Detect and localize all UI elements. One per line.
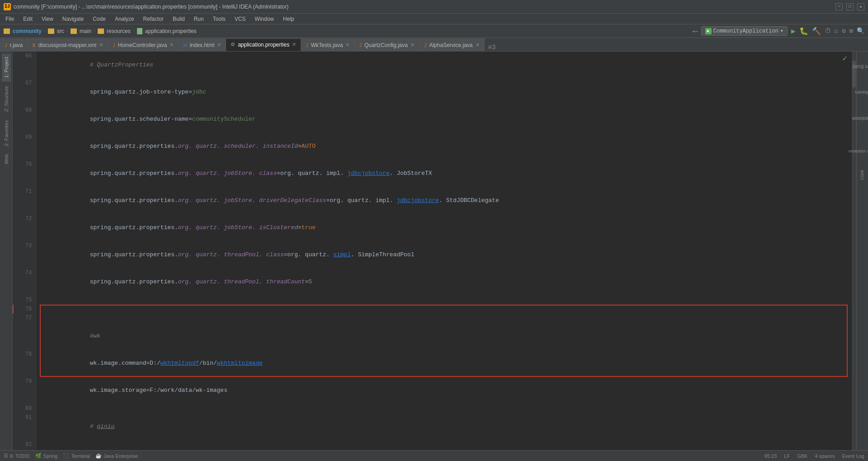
- menu-code[interactable]: Code: [89, 15, 109, 23]
- status-todo[interactable]: ☰ 6: TODO: [4, 453, 30, 459]
- settings-button[interactable]: ⚙: [842, 27, 845, 35]
- breadcrumb-bar: community › src › main › resources › app…: [0, 24, 868, 38]
- menu-window[interactable]: Window: [251, 15, 278, 23]
- run-button[interactable]: ▶: [791, 27, 796, 36]
- sidebar-item-ant-build[interactable]: Ant Build: [849, 62, 868, 71]
- indent-info[interactable]: 4 spaces: [815, 453, 835, 459]
- tab-icon-html: H: [183, 42, 187, 48]
- breadcrumb-src[interactable]: src: [57, 28, 64, 34]
- breadcrumb-community[interactable]: community: [13, 28, 42, 34]
- tabs-overflow[interactable]: ≡3: [485, 44, 500, 51]
- status-terminal-label: Terminal: [71, 453, 90, 459]
- menu-build[interactable]: Build: [169, 15, 189, 23]
- layout-button[interactable]: ⊞: [849, 27, 853, 35]
- tab-close-quartzconfig[interactable]: ✕: [410, 42, 415, 48]
- menu-vcs[interactable]: VCS: [231, 15, 250, 23]
- line-number-81: 81: [13, 413, 36, 440]
- menu-edit[interactable]: Edit: [19, 15, 36, 23]
- run-configuration[interactable]: ▶ CommunityApplication ▾: [701, 26, 788, 36]
- line-content-71: spring.quartz.properties.org. quartz. jo…: [36, 187, 851, 214]
- sidebar-item-database[interactable]: Database: [848, 114, 868, 123]
- status-spring[interactable]: 🌿 Spring: [35, 453, 58, 459]
- tab-index-html[interactable]: H index.html ✕: [179, 38, 226, 51]
- line-content-73: spring.quartz.properties.org. quartz. th…: [36, 241, 851, 268]
- code-line-72: 72 spring.quartz.properties.org. quartz.…: [13, 214, 851, 241]
- src-folder-icon: [48, 28, 54, 34]
- tab-quartzconfig[interactable]: J QuartzConfig.java ✕: [354, 38, 420, 51]
- code-scroll[interactable]: 66 # QuartzProperties 67 spring.quartz.j…: [13, 52, 852, 450]
- editor-tabs: J r.java X discusspost-mapper.xml ✕ J Ho…: [0, 38, 868, 52]
- coverage-button[interactable]: ☑: [835, 27, 838, 35]
- code-line-68: 68 spring.quartz.scheduler-name=communit…: [13, 106, 851, 133]
- run-config-dropdown[interactable]: ▾: [780, 28, 783, 34]
- menu-run[interactable]: Run: [190, 15, 208, 23]
- menu-analyze[interactable]: Analyze: [111, 15, 138, 23]
- debug-button[interactable]: 🐛: [799, 27, 808, 36]
- status-terminal[interactable]: ⬛ Terminal: [63, 453, 90, 459]
- build-button[interactable]: 🔨: [812, 27, 821, 36]
- breadcrumb-resources[interactable]: resources: [107, 28, 131, 34]
- tab-icon-props: ⚙: [231, 42, 235, 47]
- search-button[interactable]: 🔍: [857, 27, 864, 35]
- status-bar: ☰ 6: TODO 🌿 Spring ⬛ Terminal ☕ Java Ent…: [0, 450, 868, 461]
- sidebar-item-project[interactable]: 1: Project: [2, 53, 11, 81]
- toolbar-right: ⟵ ▶ CommunityApplication ▾ ▶ 🐛 🔨 ⏱ ☑ ⚙ ⊞…: [693, 26, 864, 36]
- status-todo-label: 6: TODO: [10, 453, 30, 459]
- tab-icon-alphaservice: J: [424, 42, 427, 48]
- menu-tools[interactable]: Tools: [209, 15, 229, 23]
- run-config-label: CommunityApplication: [713, 28, 778, 34]
- csdn-icon[interactable]: CSDN: [858, 170, 867, 179]
- minimize-button[interactable]: ─: [835, 3, 843, 10]
- tab-application-properties[interactable]: ⚙ application.properties ✕: [226, 38, 301, 51]
- tab-homecontroller[interactable]: J HomeController.java ✕: [108, 38, 179, 51]
- menu-navigate[interactable]: Navigate: [59, 15, 87, 23]
- tab-close-index[interactable]: ✕: [217, 42, 221, 48]
- code-line-73: 73 spring.quartz.properties.org. quartz.…: [13, 241, 851, 268]
- tab-close-homecontroller[interactable]: ✕: [170, 42, 174, 48]
- breadcrumb-main[interactable]: main: [80, 28, 91, 34]
- menu-view[interactable]: View: [38, 15, 57, 23]
- tab-label-discusspost: discusspost-mapper.xml: [38, 42, 97, 48]
- sidebar-item-maven[interactable]: Maven: [851, 88, 868, 97]
- props-file-icon: [137, 28, 142, 34]
- back-icon[interactable]: ⟵: [693, 27, 698, 36]
- tab-alphaservice[interactable]: J AlphaService.java ✕: [420, 38, 485, 51]
- sidebar-item-bean-validation[interactable]: Bean Validation: [844, 147, 868, 155]
- maximize-button[interactable]: □: [846, 3, 854, 10]
- sidebar-item-structure[interactable]: Z: Structure: [2, 82, 11, 115]
- tab-icon-r-java: J: [5, 42, 7, 48]
- menu-file[interactable]: File: [2, 15, 18, 23]
- app-icon: IJ: [4, 3, 11, 10]
- file-encoding[interactable]: GBK: [797, 453, 807, 459]
- tab-discusspost-mapper[interactable]: X discusspost-mapper.xml ✕: [28, 38, 108, 51]
- code-line-71: 71 spring.quartz.properties.org. quartz.…: [13, 187, 851, 214]
- right-sidebar: Ant Build Maven Database Bean Validation…: [856, 52, 868, 450]
- tab-r-java[interactable]: J r.java: [0, 38, 28, 51]
- menu-help[interactable]: Help: [279, 15, 298, 23]
- profile-button[interactable]: ⏱: [825, 28, 831, 35]
- window-controls[interactable]: ─ □ ✕: [835, 3, 864, 10]
- line-content-67: spring.quartz.job-store-type=jdbc: [36, 79, 851, 106]
- vertical-scrollbar[interactable]: [852, 52, 856, 450]
- sidebar-item-web[interactable]: Web: [2, 151, 11, 168]
- line-number-72: 72: [13, 214, 36, 241]
- sidebar-item-favorites[interactable]: 2: Favorites: [2, 117, 11, 150]
- tab-wktests[interactable]: J WkTests.java ✕: [301, 38, 354, 51]
- line-number-74: 74: [13, 268, 36, 296]
- menu-bar: File Edit View Navigate Code Analyze Ref…: [0, 14, 868, 24]
- status-spring-label: Spring: [43, 453, 58, 459]
- java-enterprise-icon: ☕: [95, 453, 102, 459]
- tab-close-appprops[interactable]: ✕: [292, 42, 296, 47]
- tab-close-wktests[interactable]: ✕: [345, 42, 349, 48]
- tab-label-alphaservice: AlphaService.java: [429, 42, 472, 48]
- tab-label-homecontroller: HomeController.java: [118, 42, 167, 48]
- menu-refactor[interactable]: Refactor: [140, 15, 167, 23]
- event-log[interactable]: Event Log: [842, 453, 864, 459]
- tab-close-discusspost[interactable]: ✕: [99, 42, 103, 48]
- breadcrumb-file[interactable]: application.properties: [145, 28, 197, 34]
- close-button[interactable]: ✕: [857, 3, 864, 10]
- run-config-icon: ▶: [705, 28, 712, 34]
- status-java-enterprise[interactable]: ☕ Java Enterprise: [95, 453, 138, 459]
- tab-close-alphaservice[interactable]: ✕: [476, 42, 480, 48]
- line-ending[interactable]: LF: [784, 453, 790, 459]
